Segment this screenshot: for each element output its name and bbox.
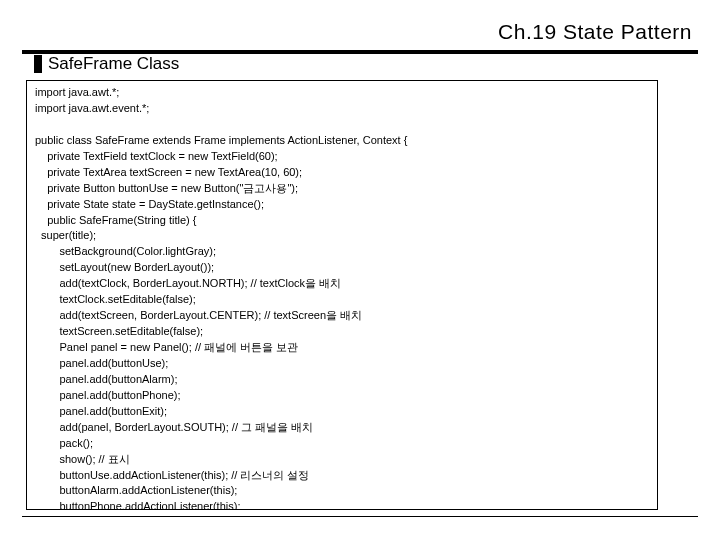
bottom-divider bbox=[22, 516, 698, 517]
code-listing: import java.awt.*; import java.awt.event… bbox=[26, 80, 658, 510]
square-bullet-icon bbox=[34, 55, 42, 73]
section-title: SafeFrame Class bbox=[48, 54, 179, 74]
chapter-heading: Ch.19 State Pattern bbox=[498, 20, 692, 44]
section-heading: SafeFrame Class bbox=[34, 54, 179, 74]
